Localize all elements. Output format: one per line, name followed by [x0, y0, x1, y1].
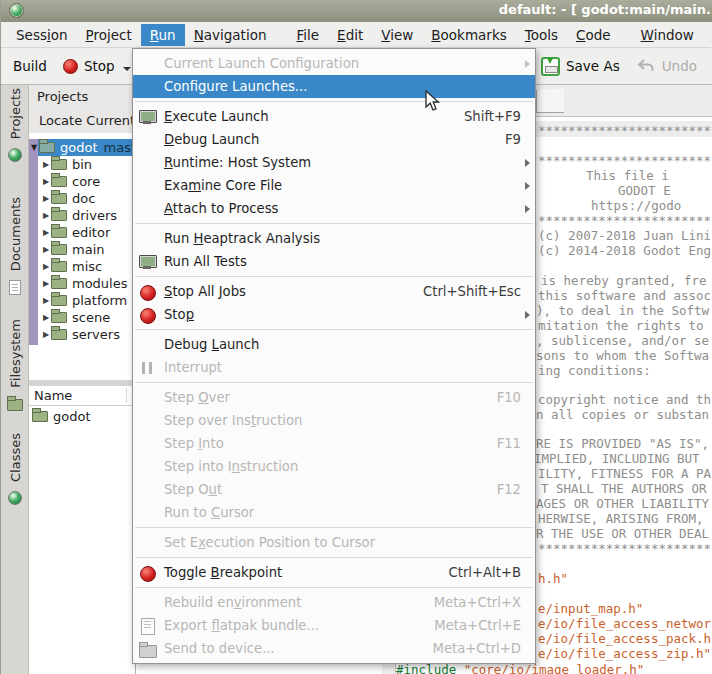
name-column-header[interactable]: Name [29, 386, 136, 406]
expand-arrow-icon[interactable]: ▶ [41, 279, 51, 288]
tree-item-main[interactable]: ▶main [29, 241, 136, 258]
stop-dropdown-caret[interactable] [123, 67, 131, 71]
code-line: ), to deal in the Softw [536, 304, 709, 318]
tree-item-editor[interactable]: ▶editor [29, 224, 136, 241]
tree-item-godot[interactable]: ▼godotmaster [29, 139, 136, 156]
menu-item-label: Interrupt [164, 360, 222, 375]
menu-item-shortcut: Ctrl+Shift+Esc [423, 284, 535, 299]
code-line: ing conditions: [538, 364, 651, 378]
expand-arrow-icon[interactable]: ▶ [41, 211, 51, 220]
menubar-item-session[interactable]: Session [7, 24, 77, 46]
menubar-item-project[interactable]: Project [77, 24, 141, 46]
menu-item-examine-core-file[interactable]: Examine Core File [133, 174, 535, 197]
menubar-item-bookmarks[interactable]: Bookmarks [422, 24, 515, 46]
expand-arrow-icon[interactable]: ▶ [41, 194, 51, 203]
menu-item-label: Run Heaptrack Analysis [164, 231, 320, 246]
folder-icon [51, 193, 67, 204]
classes-icon [8, 491, 22, 505]
menu-item-debug-launch[interactable]: Debug LaunchF9 [133, 128, 535, 151]
collapse-arrow-icon[interactable]: ▼ [29, 143, 39, 152]
undo-label: Undo [662, 58, 697, 74]
menu-item-step-out[interactable]: Step OutF12 [133, 478, 535, 501]
menubar-item-navigation[interactable]: Navigation [185, 24, 276, 46]
expand-arrow-icon[interactable]: ▶ [41, 228, 51, 237]
expand-arrow-icon[interactable]: ▶ [41, 245, 51, 254]
menu-item-debug-launch[interactable]: Debug Launch [133, 333, 535, 356]
expand-arrow-icon[interactable]: ▶ [41, 160, 51, 169]
menu-item-label: Send to device... [164, 641, 275, 656]
menu-item-current-launch-configuration[interactable]: Current Launch Configuration [133, 52, 535, 75]
code-line: ************************************** [538, 542, 712, 556]
menubar-item-run[interactable]: Run [141, 24, 185, 46]
code-line: GODOT E [618, 184, 671, 198]
menu-item-stop-all-jobs[interactable]: Stop All JobsCtrl+Shift+Esc [133, 280, 535, 303]
menu-item-rebuild-environment[interactable]: Rebuild environmentMeta+Ctrl+X [133, 591, 535, 614]
menu-item-set-execution-position-to-cursor[interactable]: Set Execution Position to Cursor [133, 531, 535, 554]
tree-item-bin[interactable]: ▶bin [29, 156, 136, 173]
folder-icon [39, 142, 55, 153]
tree-item-doc[interactable]: ▶doc [29, 190, 136, 207]
menu-item-label: Execute Launch [164, 109, 269, 124]
expand-arrow-icon[interactable]: ▶ [41, 177, 51, 186]
tree-item-drivers[interactable]: ▶drivers [29, 207, 136, 224]
menu-separator [133, 326, 535, 333]
menu-item-configure-launches[interactable]: Configure Launches... [133, 75, 535, 98]
menubar-item-code[interactable]: Code [567, 24, 620, 46]
menu-item-step-into-instruction[interactable]: Step into Instruction [133, 455, 535, 478]
tree-item-misc[interactable]: ▶misc [29, 258, 136, 275]
submenu-arrow-icon [525, 311, 530, 319]
dock-tab-documents[interactable]: Documents [1, 197, 29, 295]
menu-item-execute-launch[interactable]: Execute LaunchShift+F9 [133, 105, 535, 128]
menu-item-send-to-device[interactable]: Send to device...Meta+Ctrl+D [133, 637, 535, 660]
menu-item-attach-to-process[interactable]: Attach to Process [133, 197, 535, 220]
menu-item-run-heaptrack-analysis[interactable]: Run Heaptrack Analysis [133, 227, 535, 250]
menu-item-run-all-tests[interactable]: Run All Tests [133, 250, 535, 273]
menu-item-export-flatpak-bundle[interactable]: Export flatpak bundle...Meta+Ctrl+E [133, 614, 535, 637]
menu-item-toggle-breakpoint[interactable]: Toggle BreakpointCtrl+Alt+B [133, 561, 535, 584]
dock-tab-projects[interactable]: Projects [1, 88, 29, 162]
titlebar: default: - [ godot:main/main. [1, 0, 712, 22]
breakpoint-icon [136, 565, 160, 581]
menu-item-step-into[interactable]: Step IntoF11 [133, 432, 535, 455]
dock-tab-filesystem[interactable]: Filesystem [1, 319, 29, 411]
expand-arrow-icon[interactable]: ▶ [41, 330, 51, 339]
menu-item-label: Runtime: Host System [164, 155, 311, 170]
menubar-item-settings[interactable]: Settings [703, 24, 712, 46]
locate-current-document-button[interactable]: Locate Current Document [29, 109, 135, 133]
menubar-item-tools[interactable]: Tools [516, 24, 567, 46]
menu-item-shortcut: Meta+Ctrl+X [434, 595, 535, 610]
menubar-item-window[interactable]: Window [632, 24, 703, 46]
dock-tab-classes[interactable]: Classes [1, 433, 29, 505]
editor-tab[interactable] [536, 89, 564, 113]
tree-item-servers[interactable]: ▶servers [29, 326, 136, 343]
menu-item-step-over[interactable]: Step OverF10 [133, 386, 535, 409]
menubar-item-edit[interactable]: Edit [328, 24, 372, 46]
expand-arrow-icon[interactable]: ▶ [41, 262, 51, 271]
tree-item-scene[interactable]: ▶scene [29, 309, 136, 326]
menu-item-interrupt[interactable]: Interrupt [133, 356, 535, 379]
menu-item-label: Step Out [164, 482, 222, 497]
project-row-godot[interactable]: godot [29, 406, 136, 426]
menu-item-stop[interactable]: Stop [133, 303, 535, 326]
menu-item-label: Run to Cursor [164, 505, 254, 520]
menu-item-label: Examine Core File [164, 178, 282, 193]
menu-item-label: Step into Instruction [164, 459, 298, 474]
stop-button[interactable]: Stop [55, 54, 139, 78]
menu-item-runtime-host-system[interactable]: Runtime: Host System [133, 151, 535, 174]
menubar-item-view[interactable]: View [372, 24, 422, 46]
expand-arrow-icon[interactable]: ▶ [41, 313, 51, 322]
expand-arrow-icon[interactable]: ▶ [41, 296, 51, 305]
undo-button[interactable]: Undo [628, 54, 705, 78]
save-as-button[interactable]: Save As [533, 53, 628, 80]
tree-item-core[interactable]: ▶core [29, 173, 136, 190]
app-icon [9, 3, 24, 18]
tree-item-platform[interactable]: ▶platform [29, 292, 136, 309]
menu-item-run-to-cursor[interactable]: Run to Cursor [133, 501, 535, 524]
code-line: AGES OR OTHER LIABILITY [536, 497, 709, 511]
menu-icon-spacer [136, 413, 160, 429]
menu-item-step-over-instruction[interactable]: Step over Instruction [133, 409, 535, 432]
filesystem-icon [7, 399, 23, 411]
tree-item-modules[interactable]: ▶modules [29, 275, 136, 292]
menubar-item-file[interactable]: File [287, 24, 328, 46]
build-button[interactable]: Build [5, 54, 55, 78]
